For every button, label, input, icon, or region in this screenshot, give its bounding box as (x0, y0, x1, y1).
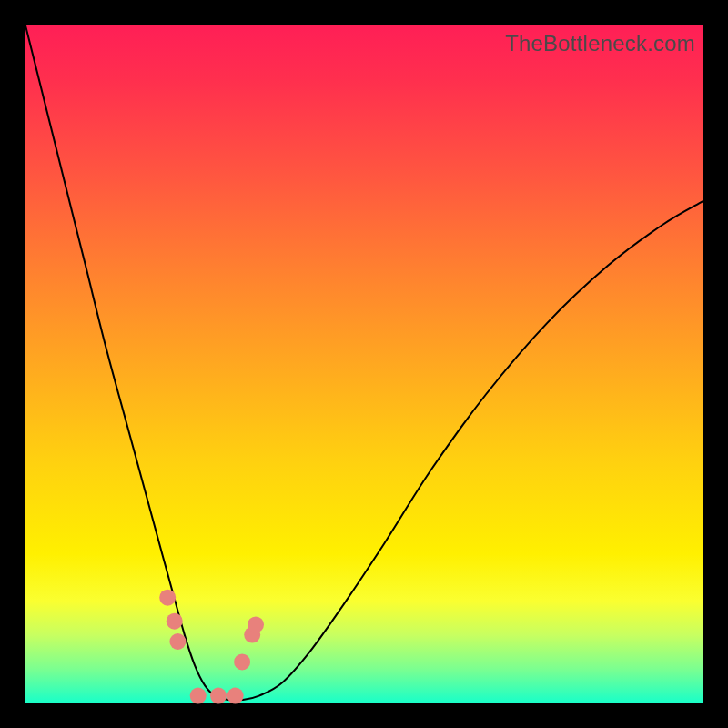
highlight-dot (169, 633, 186, 650)
highlight-dot (190, 688, 207, 704)
highlight-dot (167, 613, 183, 630)
plot-area: TheBottleneck.com (25, 25, 703, 703)
highlight-dot (159, 590, 176, 606)
curve-svg (25, 25, 703, 703)
highlight-dots-group (159, 590, 264, 704)
chart-frame: TheBottleneck.com (0, 0, 728, 728)
highlight-dot (248, 616, 264, 632)
bottleneck-curve (25, 25, 703, 701)
highlight-dot (210, 688, 227, 704)
highlight-dot (234, 653, 250, 670)
highlight-dot (228, 688, 244, 704)
